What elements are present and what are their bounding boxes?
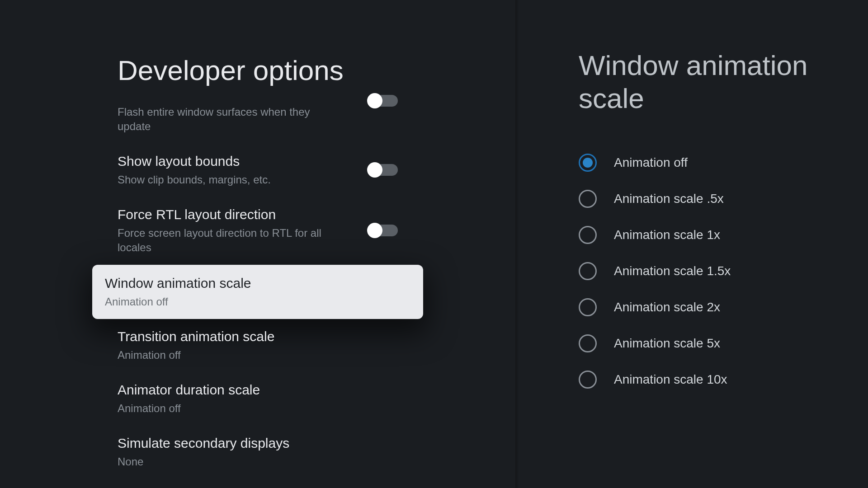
radio-icon — [579, 190, 597, 208]
setting-subtitle: Animation off — [105, 295, 251, 309]
radio-label: Animation off — [614, 155, 688, 170]
toggle-knob — [367, 162, 382, 178]
radio-option-scale-5x[interactable]: Animation scale 5x — [579, 325, 841, 361]
radio-label: Animation scale 10x — [614, 372, 727, 387]
setting-subtitle: None — [118, 455, 289, 469]
setting-force-rtl[interactable]: Force RTL layout direction Force screen … — [118, 197, 398, 265]
radio-option-scale-10x[interactable]: Animation scale 10x — [579, 361, 841, 398]
radio-icon — [579, 226, 597, 244]
setting-subtitle: Flash entire window surfaces when they u… — [118, 105, 326, 134]
settings-list: Show surface updates Flash entire window… — [118, 97, 398, 479]
setting-simulate-secondary-displays[interactable]: Simulate secondary displays None — [118, 426, 398, 479]
setting-window-animation-scale[interactable]: Window animation scale Animation off — [92, 265, 423, 319]
setting-title: Show surface updates — [118, 85, 326, 102]
setting-subtitle: Show clip bounds, margins, etc. — [118, 173, 271, 187]
detail-title: Window animation scale — [579, 49, 832, 115]
setting-title: Window animation scale — [105, 275, 251, 292]
setting-title: Force RTL layout direction — [118, 206, 326, 223]
radio-label: Animation scale 1.5x — [614, 264, 731, 278]
toggle-knob — [367, 223, 382, 238]
radio-icon — [579, 262, 597, 280]
radio-option-animation-off[interactable]: Animation off — [579, 145, 841, 181]
radio-label: Animation scale 2x — [614, 300, 720, 314]
setting-subtitle: Animation off — [118, 348, 274, 362]
radio-option-scale-2x[interactable]: Animation scale 2x — [579, 289, 841, 325]
setting-show-layout-bounds[interactable]: Show layout bounds Show clip bounds, mar… — [118, 144, 398, 197]
setting-animator-duration-scale[interactable]: Animator duration scale Animation off — [118, 372, 398, 426]
radio-option-scale-15x[interactable]: Animation scale 1.5x — [579, 253, 841, 289]
radio-icon — [579, 334, 597, 352]
setting-show-surface-updates[interactable]: Show surface updates Flash entire window… — [118, 76, 398, 144]
toggle-switch[interactable] — [368, 95, 398, 107]
radio-label: Animation scale 5x — [614, 336, 720, 351]
radio-label: Animation scale .5x — [614, 192, 724, 206]
setting-title: Transition animation scale — [118, 328, 274, 345]
radio-group: Animation off Animation scale .5x Animat… — [579, 145, 841, 398]
setting-subtitle: Force screen layout direction to RTL for… — [118, 226, 326, 255]
radio-option-scale-05x[interactable]: Animation scale .5x — [579, 181, 841, 217]
radio-icon — [579, 154, 597, 172]
setting-title: Simulate secondary displays — [118, 435, 289, 452]
setting-transition-animation-scale[interactable]: Transition animation scale Animation off — [118, 319, 398, 372]
developer-options-panel: Developer options Show surface updates F… — [0, 0, 515, 488]
setting-title: Animator duration scale — [118, 381, 260, 399]
window-animation-scale-panel: Window animation scale Animation off Ani… — [515, 0, 868, 488]
radio-option-scale-1x[interactable]: Animation scale 1x — [579, 217, 841, 253]
toggle-knob — [367, 93, 382, 108]
setting-subtitle: Animation off — [118, 401, 260, 416]
toggle-switch[interactable] — [368, 225, 398, 236]
setting-title: Show layout bounds — [118, 153, 271, 170]
radio-icon — [579, 371, 597, 389]
toggle-switch[interactable] — [368, 164, 398, 176]
radio-icon — [579, 298, 597, 316]
radio-label: Animation scale 1x — [614, 228, 720, 242]
